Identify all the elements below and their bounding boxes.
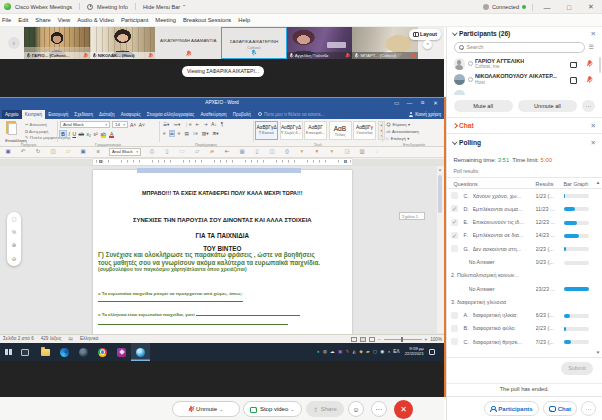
unchecked-checkbox[interactable] — [451, 192, 458, 199]
word-tab-Εισαγωγή[interactable]: Εισαγωγή — [45, 110, 71, 119]
menu-item-view[interactable]: View — [58, 17, 70, 23]
unchecked-checkbox[interactable] — [451, 312, 458, 319]
word-minimize-button[interactable]: — — [403, 100, 416, 106]
select-button[interactable]: ▷Επιλογή ▾ — [386, 136, 409, 141]
menu-item-audio-video[interactable]: Audio & Video — [77, 17, 114, 23]
language-indicator[interactable]: Ελληνικά — [80, 336, 98, 341]
close-participants-icon[interactable]: ✕ — [591, 30, 596, 38]
font-name-combo[interactable]: Arial Black▾ — [60, 121, 110, 128]
edit-doc-icon[interactable]: ▱ — [193, 149, 201, 155]
video-thumbnail-2[interactable]: ΝΙΚΟΛΑΚ... (Host) — [90, 27, 156, 59]
video-thumbnail-4[interactable]: ΣΑΦΑΡΙΚΑ ΑΙΚΑΤΕΡΙΝΗCohost — [221, 27, 287, 59]
page2-icon[interactable]: ▯ — [253, 149, 261, 155]
word-tab-Αρχείο[interactable]: Αρχείο — [2, 110, 22, 119]
borders-button[interactable]: ⊞▾ — [212, 131, 218, 136]
tray-language[interactable]: ΕΛ — [393, 350, 399, 355]
mic-tray-icon[interactable]: ◉ — [380, 350, 384, 355]
muted-mic-icon[interactable] — [587, 76, 592, 82]
align-center-button[interactable]: ☰ — [170, 131, 174, 136]
menu-item-help[interactable]: Help — [238, 17, 250, 23]
defender-tray-icon[interactable]: ◆ — [359, 350, 363, 355]
strikethrough-button[interactable]: ab — [79, 131, 85, 137]
share-button[interactable]: ⇧ Share — [306, 401, 344, 417]
camera-icon[interactable] — [570, 77, 577, 82]
pen-tray-icon[interactable]: ✎ — [345, 350, 349, 355]
new-doc-icon[interactable]: ▯ — [163, 149, 171, 155]
unmute-button[interactable]: Unmute ⌄ — [172, 401, 240, 417]
maximize-button[interactable]: □ — [558, 0, 580, 14]
indent-marker[interactable] — [99, 160, 102, 163]
start-button[interactable] — [0, 349, 17, 356]
highlight1-icon[interactable]: ▾ — [298, 149, 306, 155]
muted-mic-icon[interactable] — [587, 61, 592, 67]
tell-me-box[interactable]: Πείτε μου τι θέλετε να κάνετε... — [254, 110, 329, 119]
taskbar-photos[interactable] — [112, 343, 131, 361]
numbering-icon[interactable]: ≡ — [94, 149, 102, 155]
comment-tag[interactable]: Σχόλιο 1 — [399, 212, 425, 220]
reactions-button[interactable]: ☺ — [348, 401, 364, 417]
underline-button[interactable]: U — [72, 131, 76, 137]
zoom-in-button[interactable]: + — [425, 337, 428, 342]
unmute-all-button[interactable]: Unmute all — [518, 100, 577, 112]
sort-participants-icon[interactable]: ☰ — [589, 44, 596, 51]
document-page[interactable]: ΜΠΡΑΒΟ!!! ΤΑ ΕΧΕΙΣ ΚΑΤΑΦΕΡΕΙ ΠΟΛΥ ΚΑΛΑ Μ… — [93, 170, 353, 334]
chat-toggle-button[interactable]: Chat — [543, 401, 577, 416]
zoom-percent-icon[interactable]: % — [12, 230, 16, 235]
participant-row-2[interactable]: ΝΙΚΟΛΑΚΟΠΟΥΛΟΥ ΑΙΚΑΤΕΡ...Host — [447, 72, 602, 88]
braces-icon[interactable]: {} — [283, 149, 291, 155]
numbering-button[interactable]: ≔▾ — [173, 122, 180, 127]
display-tray-icon[interactable]: ▢ — [373, 350, 377, 355]
highlight3-icon[interactable]: ▾ — [328, 149, 336, 155]
video-thumbnail-1[interactable]: ΓΑΡΙΟ... (Cohost... — [24, 27, 90, 59]
style-card-5[interactable]: ΑαΒβΓγΥπότιτλος — [353, 121, 376, 140]
scroll-up-icon[interactable]: ▲ — [437, 166, 444, 174]
menu-item-participant[interactable]: Participant — [121, 17, 148, 23]
save-icon[interactable]: ▣ — [4, 149, 12, 155]
leave-meeting-button[interactable]: ✕ — [394, 400, 413, 419]
pilcrow-button[interactable]: ¶ — [221, 122, 223, 127]
menu-item-meeting[interactable]: Meeting — [155, 17, 176, 23]
find-button[interactable]: Εύρεση ▾ — [386, 122, 410, 127]
participant-row-1[interactable]: ΓΑΡΙΟΥ ΑΓΓΕΛΙΚΗCohost, me — [447, 56, 602, 72]
scrollbar-thumb[interactable] — [438, 175, 443, 213]
sort-button[interactable]: A↓ — [211, 122, 216, 127]
unchecked-checkbox[interactable] — [451, 338, 458, 345]
columns-icon[interactable]: ◫ — [268, 149, 276, 155]
undo-icon[interactable]: ↶ — [19, 149, 27, 155]
align-left-button[interactable]: ≡ — [163, 131, 166, 136]
participants-more-button[interactable]: ··· — [582, 100, 595, 112]
word-tab-Αναφορές[interactable]: Αναφορές — [118, 110, 144, 119]
menu-item-share[interactable]: Share — [35, 17, 50, 23]
replace-button[interactable]: abΑντικατάσταση — [386, 129, 419, 134]
word-tab-Αναθεώρηση[interactable]: Αναθεώρηση — [197, 110, 229, 119]
document-scrollbar[interactable]: ▲ — [437, 166, 444, 333]
hide-menu-bar-button[interactable]: Hide Menu Bar ⌃ — [143, 4, 187, 10]
camera-icon[interactable] — [570, 62, 577, 67]
zoom-level[interactable]: 100% — [430, 337, 442, 342]
qat-font-combo[interactable]: Arial Black▾ — [109, 148, 141, 156]
zoom-slider[interactable] — [384, 339, 422, 340]
chat-section-header[interactable]: Chat ✕ — [447, 122, 602, 129]
fit-view-icon[interactable]: ▢ — [12, 216, 17, 222]
print-preview-icon[interactable]: ◫ — [49, 149, 57, 155]
align-right-button[interactable]: ≡ — [178, 131, 181, 136]
mute-all-button[interactable]: Mute all — [454, 100, 513, 112]
print-icon[interactable]: ⎙ — [148, 149, 156, 155]
photos-tray-icon[interactable]: ▣ — [338, 350, 342, 355]
word-tab-Διάταξη[interactable]: Διάταξη — [96, 110, 118, 119]
open-folder-icon[interactable]: ▱ — [64, 149, 72, 155]
update-tray-icon[interactable]: ◍ — [323, 350, 327, 355]
font-size-combo[interactable]: 14▾ — [112, 121, 128, 128]
word-tab-Σχεδίαση[interactable]: Σχεδίαση — [71, 110, 96, 119]
word-share-button[interactable]: Κοινή χρήση — [408, 112, 441, 117]
draw-icon[interactable]: ◌ — [373, 149, 381, 155]
taskbar-file-explorer[interactable] — [36, 343, 55, 361]
word-tab-Στοιχεία αλληλογραφίας[interactable]: Στοιχεία αλληλογραφίας — [144, 110, 198, 119]
close-chat-icon[interactable]: ✕ — [591, 122, 596, 130]
increase-indent-button[interactable]: ⇥ — [203, 122, 207, 127]
action-center-icon[interactable] — [429, 349, 435, 355]
close-button[interactable]: ✕ — [580, 0, 602, 14]
menu-item-edit[interactable]: Edit — [18, 17, 28, 23]
video-thumbnail-5[interactable]: Αγγελίκη Πούντζα — [287, 27, 353, 59]
word-restore-button[interactable]: ⧉ — [416, 100, 429, 105]
